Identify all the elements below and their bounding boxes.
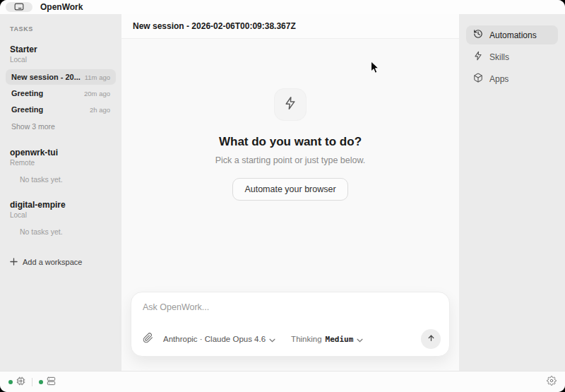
- no-tasks-label: No tasks yet.: [10, 227, 113, 236]
- sidebar-toggle-button[interactable]: [6, 2, 32, 12]
- status-indicators: [8, 376, 56, 388]
- chevron-down-icon: [269, 333, 275, 345]
- nav-item-automations[interactable]: Automations: [466, 25, 558, 44]
- titlebar: OpenWork: [0, 0, 565, 14]
- send-button[interactable]: [421, 329, 441, 349]
- nav-item-apps[interactable]: Apps: [466, 69, 558, 88]
- show-more-link[interactable]: Show 3 more: [10, 122, 113, 131]
- gear-icon: [547, 376, 557, 388]
- library-sidebar: Automations Skills Apps: [459, 14, 565, 371]
- settings-button[interactable]: [547, 376, 557, 388]
- workspace-type: Remote: [10, 159, 113, 167]
- composer-toolbar: Anthropic · Claude Opus 4.6 Thinking Med…: [143, 329, 441, 349]
- task-time: 11m ago: [85, 73, 110, 81]
- app-window: OpenWork TASKS Starter Local New session…: [0, 0, 565, 392]
- empty-state-heading: What do you want to do?: [219, 135, 362, 149]
- runtime-status[interactable]: [8, 376, 25, 388]
- arrow-up-icon: [427, 333, 436, 345]
- composer-card: Anthropic · Claude Opus 4.6 Thinking Med…: [131, 292, 450, 357]
- tasks-sidebar: TASKS Starter Local New session - 20... …: [0, 14, 121, 371]
- plus-icon: [10, 256, 18, 268]
- task-row-new-session[interactable]: New session - 20... 11m ago: [6, 69, 116, 85]
- workspace-name[interactable]: openwrk-tui: [10, 148, 113, 158]
- window-panel-icon: [14, 1, 24, 13]
- thinking-value: Medium: [326, 335, 354, 344]
- add-workspace-label: Add a workspace: [23, 258, 82, 266]
- add-workspace-button[interactable]: Add a workspace: [10, 256, 113, 268]
- cube-icon: [473, 73, 483, 85]
- task-title: New session - 20...: [11, 73, 81, 81]
- paperclip-icon[interactable]: [143, 333, 153, 346]
- ask-input[interactable]: [143, 302, 441, 325]
- workspace-openwrk-tui: openwrk-tui Remote No tasks yet.: [10, 148, 113, 184]
- model-selector[interactable]: Anthropic · Claude Opus 4.6: [163, 333, 275, 345]
- task-title: Greeting: [11, 105, 43, 114]
- no-tasks-label: No tasks yet.: [10, 175, 113, 184]
- task-time: 2h ago: [90, 106, 110, 114]
- workspace-name[interactable]: Starter: [10, 44, 113, 54]
- lightning-icon: [283, 96, 297, 113]
- workspace-name[interactable]: digital-empire: [10, 200, 113, 210]
- nav-label: Apps: [489, 74, 509, 84]
- status-dot-green: [8, 380, 13, 384]
- nav-item-skills[interactable]: Skills: [466, 47, 558, 66]
- server-icon: [47, 376, 56, 388]
- task-row-greeting-2[interactable]: Greeting 2h ago: [6, 102, 116, 117]
- tasks-header: TASKS: [10, 25, 113, 32]
- app-title: OpenWork: [40, 2, 83, 12]
- model-label: Anthropic · Claude Opus 4.6: [163, 335, 266, 343]
- workspace-starter: Starter Local New session - 20... 11m ag…: [10, 44, 113, 131]
- mouse-cursor: [370, 61, 380, 78]
- nav-label: Skills: [489, 52, 509, 62]
- session-header: New session - 2026-02-06T00:09:38.367Z: [121, 14, 459, 39]
- workspace-digital-empire: digital-empire Local No tasks yet.: [10, 200, 113, 236]
- empty-state: What do you want to do? Pick a starting …: [121, 88, 459, 201]
- task-row-greeting-1[interactable]: Greeting 20m ago: [6, 85, 116, 101]
- automate-browser-button[interactable]: Automate your browser: [232, 178, 347, 201]
- thinking-label: Thinking: [291, 335, 321, 343]
- task-list: New session - 20... 11m ago Greeting 20m…: [6, 69, 116, 117]
- workspace-type: Local: [10, 56, 113, 64]
- task-time: 20m ago: [84, 90, 110, 97]
- history-icon: [473, 29, 483, 42]
- chevron-down-icon: [357, 333, 363, 345]
- server-status[interactable]: [39, 376, 56, 388]
- nav-label: Automations: [489, 30, 537, 40]
- thinking-selector[interactable]: Thinking Medium: [291, 333, 363, 345]
- task-title: Greeting: [11, 89, 43, 97]
- status-dot-green: [39, 380, 43, 384]
- workspace-type: Local: [10, 211, 113, 219]
- cpu-icon: [16, 376, 25, 388]
- session-title: New session - 2026-02-06T00:09:38.367Z: [133, 21, 296, 31]
- status-divider: [32, 378, 32, 386]
- bolt-badge: [274, 88, 307, 121]
- status-bar: [0, 371, 565, 392]
- empty-state-subtitle: Pick a starting point or just type below…: [215, 155, 366, 165]
- bolt-icon: [473, 51, 483, 64]
- main-content: New session - 2026-02-06T00:09:38.367Z W…: [121, 14, 459, 371]
